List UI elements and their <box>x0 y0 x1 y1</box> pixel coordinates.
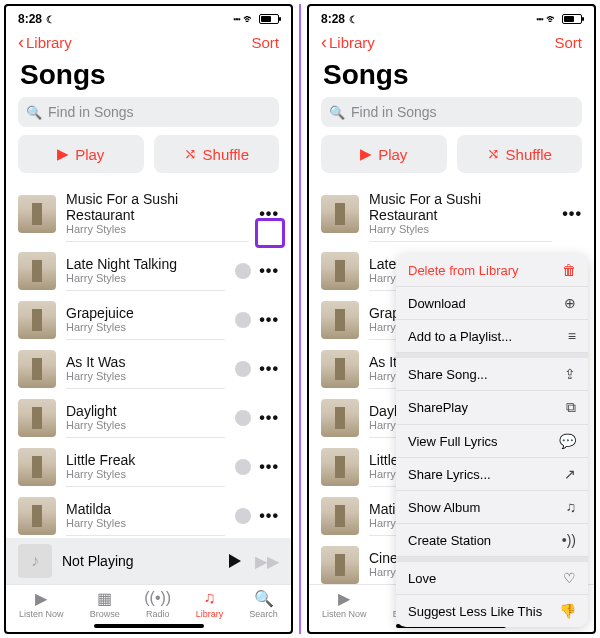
menu-shareplay[interactable]: SharePlay⧉ <box>396 391 588 425</box>
menu-love[interactable]: Love♡ <box>396 562 588 595</box>
menu-create-station[interactable]: Create Station•)) <box>396 524 588 557</box>
status-time: 8:28 <box>321 12 345 26</box>
search-icon: 🔍 <box>329 105 345 120</box>
more-button[interactable]: ••• <box>259 311 279 329</box>
song-artist: Harry Styles <box>66 321 225 333</box>
song-row[interactable]: Music For a Sushi RestaurantHarry Styles… <box>309 181 594 246</box>
menu-item-label: SharePlay <box>408 400 468 415</box>
menu-delete-from-library[interactable]: Delete from Library🗑 <box>396 254 588 287</box>
album-art <box>321 448 359 486</box>
play-button[interactable]: ▶ Play <box>321 135 447 173</box>
shuffle-icon: ⤭ <box>184 145 197 163</box>
battery-icon <box>562 14 582 24</box>
more-button[interactable]: ••• <box>259 262 279 280</box>
song-row[interactable]: Little FreakHarry Styles••• <box>6 442 291 491</box>
more-button[interactable]: ••• <box>259 360 279 378</box>
status-bar: 8:28 ☾ ⋯ ᯤ <box>309 6 594 28</box>
menu-item-label: Share Song... <box>408 367 488 382</box>
back-label: Library <box>329 34 375 51</box>
play-icon: ▶ <box>360 145 372 163</box>
nowplaying-forward-icon[interactable]: ▶▶ <box>255 552 279 571</box>
album-art <box>321 301 359 339</box>
menu-share-lyrics[interactable]: Share Lyrics...↗ <box>396 458 588 491</box>
chevron-left-icon: ‹ <box>18 32 24 53</box>
menu-item-label: Create Station <box>408 533 491 548</box>
home-indicator <box>94 624 204 628</box>
tab-browse[interactable]: ▦Browse <box>90 589 120 619</box>
tab-label: Search <box>249 609 278 619</box>
album-art <box>18 497 56 535</box>
tab-label: Library <box>196 609 224 619</box>
album-art <box>321 195 359 233</box>
shuffle-button[interactable]: ⤭ Shuffle <box>154 135 280 173</box>
sort-button[interactable]: Sort <box>252 34 280 51</box>
battery-icon <box>259 14 279 24</box>
album-art <box>321 546 359 584</box>
page-title: Songs <box>309 57 594 97</box>
back-button[interactable]: ‹ Library <box>321 32 375 53</box>
page-title: Songs <box>6 57 291 97</box>
search-input[interactable]: 🔍 Find in Songs <box>321 97 582 127</box>
do-not-disturb-icon: ☾ <box>46 14 55 25</box>
play-button[interactable]: ▶ Play <box>18 135 144 173</box>
back-button[interactable]: ‹ Library <box>18 32 72 53</box>
tab-radio[interactable]: ((•))Radio <box>146 589 170 619</box>
album-art <box>18 301 56 339</box>
context-menu: Delete from Library🗑Download⊕Add to a Pl… <box>396 254 588 627</box>
download-indicator-icon <box>235 263 251 279</box>
tab-listen-now[interactable]: ▶Listen Now <box>322 589 367 619</box>
song-artist: Harry Styles <box>66 468 225 480</box>
more-button[interactable]: ••• <box>259 409 279 427</box>
menu-download[interactable]: Download⊕ <box>396 287 588 320</box>
nowplaying-art-icon: ♪ <box>18 544 52 578</box>
album-art <box>18 195 56 233</box>
sort-button[interactable]: Sort <box>554 34 582 51</box>
song-title: Music For a Sushi Restaurant <box>369 191 552 223</box>
album-art <box>321 399 359 437</box>
song-row[interactable]: As It WasHarry Styles••• <box>6 344 291 393</box>
tab-search[interactable]: 🔍Search <box>249 589 278 619</box>
nowplaying-play-icon[interactable] <box>229 554 241 568</box>
menu-add-to-a-playlist[interactable]: Add to a Playlist...≡ <box>396 320 588 353</box>
wifi-icon: ⋯ ᯤ <box>234 12 255 26</box>
tab-listen-now[interactable]: ▶Listen Now <box>19 589 64 619</box>
search-placeholder: Find in Songs <box>351 104 437 120</box>
menu-show-album[interactable]: Show Album♫ <box>396 491 588 524</box>
menu-view-full-lyrics[interactable]: View Full Lyrics💬 <box>396 425 588 458</box>
song-row[interactable]: Music For a Sushi RestaurantHarry Styles… <box>6 181 291 246</box>
wifi-icon: ⋯ ᯤ <box>537 12 558 26</box>
song-artist: Harry Styles <box>66 272 225 284</box>
song-artist: Harry Styles <box>66 370 225 382</box>
song-row[interactable]: DaylightHarry Styles••• <box>6 393 291 442</box>
play-icon: ▶ <box>57 145 69 163</box>
now-playing-bar[interactable]: ♪ Not Playing ▶▶ <box>6 538 291 584</box>
song-title: Grapejuice <box>66 305 225 321</box>
download-indicator-icon <box>235 410 251 426</box>
more-button[interactable]: ••• <box>562 205 582 223</box>
phone-left: 8:28 ☾ ⋯ ᯤ ‹ Library Sort Songs 🔍 Find i… <box>4 4 293 634</box>
menu-item-label: Show Album <box>408 500 480 515</box>
menu-share-song[interactable]: Share Song...⇪ <box>396 358 588 391</box>
tab-library[interactable]: ♫Library <box>196 589 224 619</box>
search-input[interactable]: 🔍 Find in Songs <box>18 97 279 127</box>
phone-right: 8:28 ☾ ⋯ ᯤ ‹ Library Sort Songs 🔍 Find i… <box>307 4 596 634</box>
menu-item-icon: 👎 <box>559 603 576 619</box>
song-row[interactable]: MatildaHarry Styles••• <box>6 491 291 538</box>
menu-item-label: Share Lyrics... <box>408 467 491 482</box>
more-button[interactable]: ••• <box>259 205 279 223</box>
menu-item-icon: ⧉ <box>566 399 576 416</box>
song-artist: Harry Styles <box>66 223 249 235</box>
more-button[interactable]: ••• <box>259 507 279 525</box>
song-artist: Harry Styles <box>369 223 552 235</box>
menu-item-icon: ↗ <box>564 466 576 482</box>
nowplaying-label: Not Playing <box>62 553 219 569</box>
song-row[interactable]: Late Night TalkingHarry Styles••• <box>6 246 291 295</box>
menu-item-icon: ⊕ <box>564 295 576 311</box>
shuffle-button[interactable]: ⤭ Shuffle <box>457 135 583 173</box>
song-row[interactable]: GrapejuiceHarry Styles••• <box>6 295 291 344</box>
menu-suggest-less-like-this[interactable]: Suggest Less Like This👎 <box>396 595 588 627</box>
more-button[interactable]: ••• <box>259 458 279 476</box>
album-art <box>321 350 359 388</box>
menu-item-icon: ♫ <box>566 499 577 515</box>
album-art <box>18 448 56 486</box>
